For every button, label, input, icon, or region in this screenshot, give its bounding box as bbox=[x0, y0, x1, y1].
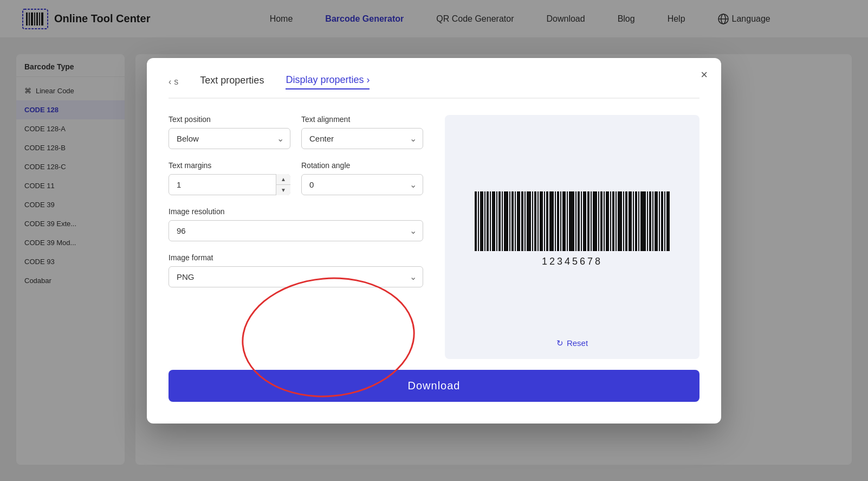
svg-rect-56 bbox=[618, 191, 622, 251]
svg-rect-44 bbox=[581, 191, 582, 251]
chevron-left-icon: ‹ bbox=[169, 77, 171, 87]
svg-rect-49 bbox=[598, 191, 599, 251]
image-resolution-select-wrapper: 96 150 200 300 ⌄ bbox=[169, 220, 423, 241]
svg-rect-12 bbox=[478, 191, 479, 251]
svg-rect-67 bbox=[655, 191, 658, 251]
modal-body: Text position Below Above None ⌄ Text al… bbox=[169, 115, 699, 359]
image-resolution-label: Image resolution bbox=[169, 207, 423, 216]
svg-rect-42 bbox=[575, 191, 576, 251]
modal-tab-prev[interactable]: ‹ s bbox=[169, 77, 178, 87]
image-resolution-select[interactable]: 96 150 200 300 bbox=[169, 220, 423, 241]
svg-rect-58 bbox=[625, 191, 627, 251]
rotation-angle-label: Rotation angle bbox=[301, 161, 423, 170]
form-row-3: Image resolution 96 150 200 300 ⌄ bbox=[169, 207, 423, 241]
svg-rect-69 bbox=[661, 191, 663, 251]
modal-header: ‹ s Text properties Display properties › bbox=[169, 74, 699, 99]
image-format-label: Image format bbox=[169, 253, 423, 262]
svg-rect-46 bbox=[587, 191, 590, 251]
form-group-text-alignment: Text alignment Center Left Right ⌄ bbox=[301, 115, 423, 149]
svg-rect-11 bbox=[475, 191, 477, 251]
text-alignment-label: Text alignment bbox=[301, 115, 423, 124]
svg-rect-59 bbox=[629, 191, 632, 251]
image-format-select[interactable]: PNG SVG JPEG BMP bbox=[169, 266, 423, 287]
modal: ‹ s Text properties Display properties ›… bbox=[147, 58, 721, 424]
svg-text:12345678: 12345678 bbox=[542, 256, 603, 267]
rotation-angle-select-wrapper: 0 90 180 270 ⌄ bbox=[301, 174, 423, 195]
svg-rect-70 bbox=[664, 191, 665, 251]
text-alignment-select[interactable]: Center Left Right bbox=[301, 128, 423, 149]
svg-rect-28 bbox=[527, 191, 531, 251]
svg-rect-40 bbox=[567, 191, 568, 251]
svg-rect-29 bbox=[532, 191, 533, 251]
svg-rect-16 bbox=[490, 191, 491, 251]
text-margins-label: Text margins bbox=[169, 161, 290, 170]
svg-rect-55 bbox=[616, 191, 617, 251]
modal-tab-display-properties[interactable]: Display properties › bbox=[286, 74, 370, 89]
form-row-2: Text margins ▲ ▼ Rotation angle bbox=[169, 161, 423, 195]
svg-rect-61 bbox=[635, 191, 637, 251]
svg-rect-65 bbox=[649, 191, 651, 251]
svg-rect-22 bbox=[509, 191, 510, 251]
text-margins-stepper: ▲ ▼ bbox=[169, 174, 290, 195]
form-group-text-position: Text position Below Above None ⌄ bbox=[169, 115, 290, 149]
reset-icon: ↻ bbox=[556, 338, 563, 348]
rotation-angle-select[interactable]: 0 90 180 270 bbox=[301, 174, 423, 195]
svg-rect-64 bbox=[647, 191, 648, 251]
form-group-rotation-angle: Rotation angle 0 90 180 270 ⌄ bbox=[301, 161, 423, 195]
svg-rect-68 bbox=[659, 191, 660, 251]
svg-rect-30 bbox=[534, 191, 536, 251]
svg-rect-19 bbox=[498, 191, 501, 251]
svg-rect-31 bbox=[537, 191, 539, 251]
text-position-select[interactable]: Below Above None bbox=[169, 128, 290, 149]
svg-rect-52 bbox=[606, 191, 609, 251]
svg-rect-54 bbox=[612, 191, 614, 251]
svg-rect-66 bbox=[652, 191, 653, 251]
svg-rect-25 bbox=[517, 191, 520, 251]
svg-rect-71 bbox=[666, 191, 670, 251]
svg-rect-48 bbox=[593, 191, 597, 251]
svg-rect-36 bbox=[555, 191, 556, 251]
close-button[interactable]: × bbox=[701, 69, 708, 81]
chevron-right-icon: › bbox=[366, 74, 370, 85]
barcode-svg: 12345678 bbox=[469, 189, 675, 270]
form-group-image-format: Image format PNG SVG JPEG BMP ⌄ bbox=[169, 253, 423, 287]
svg-rect-53 bbox=[610, 191, 611, 251]
svg-rect-18 bbox=[496, 191, 497, 251]
svg-rect-37 bbox=[557, 191, 559, 251]
image-format-select-wrapper: PNG SVG JPEG BMP ⌄ bbox=[169, 266, 423, 287]
stepper-up-button[interactable]: ▲ bbox=[276, 174, 290, 185]
stepper-buttons: ▲ ▼ bbox=[276, 174, 290, 195]
svg-rect-32 bbox=[540, 191, 543, 251]
svg-rect-26 bbox=[521, 191, 523, 251]
form-row-1: Text position Below Above None ⌄ Text al… bbox=[169, 115, 423, 149]
svg-rect-51 bbox=[604, 191, 605, 251]
reset-button[interactable]: ↻ Reset bbox=[556, 338, 588, 348]
svg-rect-21 bbox=[504, 191, 508, 251]
svg-rect-57 bbox=[623, 191, 624, 251]
svg-rect-23 bbox=[511, 191, 514, 251]
svg-rect-20 bbox=[502, 191, 503, 251]
text-margins-input[interactable] bbox=[169, 174, 290, 195]
modal-tab-text-properties[interactable]: Text properties bbox=[200, 75, 264, 89]
svg-rect-14 bbox=[484, 191, 485, 251]
svg-rect-34 bbox=[546, 191, 548, 251]
svg-rect-17 bbox=[492, 191, 495, 251]
svg-rect-35 bbox=[549, 191, 554, 251]
barcode-image: 12345678 bbox=[469, 189, 675, 272]
stepper-down-button[interactable]: ▼ bbox=[276, 185, 290, 195]
svg-rect-39 bbox=[562, 191, 566, 251]
barcode-preview-container: 12345678 bbox=[469, 131, 675, 330]
form-row-4: Image format PNG SVG JPEG BMP ⌄ bbox=[169, 253, 423, 287]
svg-rect-27 bbox=[524, 191, 526, 251]
svg-rect-45 bbox=[583, 191, 586, 251]
svg-rect-47 bbox=[591, 191, 592, 251]
svg-rect-38 bbox=[560, 191, 561, 251]
form-group-text-margins: Text margins ▲ ▼ bbox=[169, 161, 290, 195]
download-button[interactable]: Download bbox=[169, 370, 699, 402]
svg-rect-62 bbox=[638, 191, 639, 251]
svg-rect-41 bbox=[569, 191, 574, 251]
svg-rect-33 bbox=[544, 191, 545, 251]
form-group-image-resolution: Image resolution 96 150 200 300 ⌄ bbox=[169, 207, 423, 241]
modal-form: Text position Below Above None ⌄ Text al… bbox=[169, 115, 423, 359]
svg-rect-13 bbox=[480, 191, 483, 251]
